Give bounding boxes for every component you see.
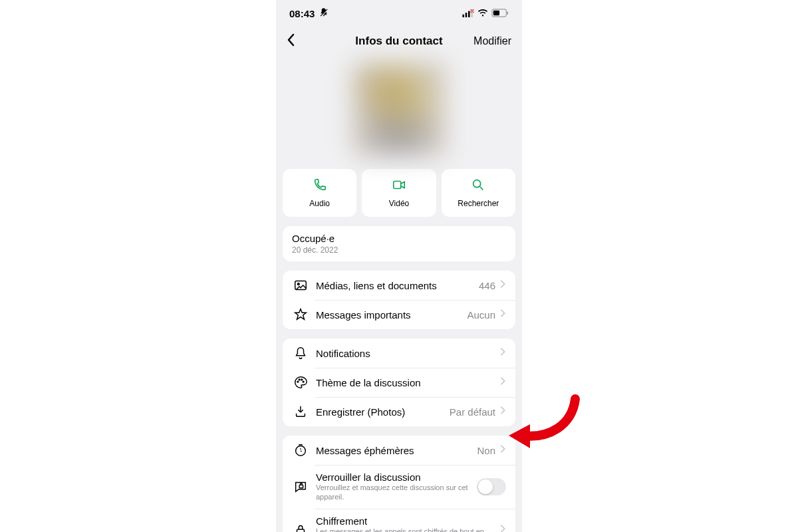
notifications-row[interactable]: Notifications: [283, 338, 515, 368]
audio-call-button[interactable]: Audio: [283, 169, 356, 217]
svg-rect-12: [394, 182, 401, 189]
row-label: Messages éphémères: [316, 445, 477, 456]
bell-slash-icon: [319, 7, 329, 20]
media-section: Médias, liens et documents 446 Messages …: [283, 271, 515, 329]
action-row: Audio Vidéo Rechercher: [283, 169, 515, 217]
palette-icon: [292, 375, 309, 390]
svg-point-19: [299, 379, 300, 380]
row-sublabel: Verrouillez et masquez cette discussion …: [316, 483, 477, 502]
star-icon: [292, 307, 309, 322]
back-button[interactable]: [287, 33, 295, 49]
row-label: Verrouiller la discussion: [316, 471, 477, 483]
ephemeral-value: Non: [477, 445, 495, 456]
cellular-icon: [462, 8, 474, 19]
page-title: Infos du contact: [355, 35, 442, 48]
svg-line-14: [480, 187, 483, 190]
lock-icon: [292, 523, 309, 532]
search-button[interactable]: Rechercher: [442, 169, 515, 217]
video-icon: [392, 178, 406, 195]
svg-point-18: [297, 381, 299, 382]
svg-rect-1: [466, 13, 467, 17]
svg-point-16: [297, 283, 299, 285]
content: Audio Vidéo Rechercher Occupé·e 20 déc. …: [276, 56, 522, 532]
svg-marker-17: [295, 309, 307, 320]
svg-rect-2: [468, 11, 470, 17]
svg-rect-11: [493, 10, 499, 15]
chevron-right-icon: [499, 406, 506, 418]
chevron-right-icon: [499, 524, 506, 532]
svg-point-22: [296, 446, 306, 456]
ephemeral-row[interactable]: Messages éphémères Non: [283, 436, 515, 465]
battery-icon: [491, 8, 509, 19]
row-label: Thème de la discussion: [316, 377, 499, 388]
svg-rect-6: [471, 10, 473, 11]
lock-chat-row[interactable]: Verrouiller la discussion Verrouillez et…: [283, 465, 515, 509]
svg-rect-4: [470, 9, 471, 11]
bell-icon: [292, 346, 309, 360]
phone-icon: [313, 178, 327, 195]
save-photos-row[interactable]: Enregistrer (Photos) Par défaut: [283, 397, 515, 426]
lock-toggle[interactable]: [477, 478, 506, 495]
row-label: Médias, liens et documents: [316, 280, 479, 291]
image-icon: [292, 278, 309, 293]
chevron-right-icon: [499, 279, 506, 291]
row-sublabel: Les messages et les appels sont chiffrés…: [316, 527, 499, 532]
media-count: 446: [479, 280, 495, 291]
save-value: Par défaut: [450, 406, 495, 418]
action-label: Rechercher: [458, 199, 499, 208]
action-label: Audio: [309, 199, 330, 208]
phone-frame: 08:43 Infos du contact Modifier: [276, 0, 522, 532]
status-left: 08:43: [289, 7, 329, 20]
timer-icon: [292, 443, 309, 458]
chevron-right-icon: [499, 309, 506, 321]
status-date: 20 déc. 2022: [292, 245, 506, 255]
status-bar: 08:43: [276, 0, 522, 27]
row-label: Notifications: [316, 348, 499, 359]
svg-rect-23: [299, 485, 303, 488]
status-right: [462, 8, 509, 19]
svg-rect-24: [297, 529, 305, 532]
starred-value: Aucun: [467, 309, 495, 321]
video-call-button[interactable]: Vidéo: [362, 169, 436, 217]
starred-row[interactable]: Messages importants Aucun: [283, 300, 515, 329]
chevron-right-icon: [499, 444, 506, 456]
svg-point-13: [473, 180, 481, 188]
chat-lock-icon: [292, 479, 309, 494]
svg-rect-0: [462, 14, 464, 17]
chevron-right-icon: [499, 347, 506, 359]
status-text: Occupé·e: [292, 233, 506, 244]
svg-point-20: [301, 379, 303, 380]
svg-rect-10: [507, 11, 508, 15]
svg-rect-5: [473, 9, 474, 11]
status-card[interactable]: Occupé·e 20 déc. 2022: [283, 226, 515, 261]
edit-button[interactable]: Modifier: [473, 35, 511, 47]
nav-bar: Infos du contact Modifier: [276, 27, 522, 56]
clock: 08:43: [289, 8, 315, 19]
row-label: Enregistrer (Photos): [316, 406, 450, 418]
search-icon: [471, 178, 485, 195]
download-icon: [292, 404, 309, 419]
privacy-section: Messages éphémères Non Verrouiller la di…: [283, 436, 515, 532]
svg-rect-8: [473, 11, 474, 13]
encryption-row[interactable]: Chiffrement Les messages et les appels s…: [283, 509, 515, 532]
row-label: Messages importants: [316, 309, 467, 321]
action-label: Vidéo: [389, 199, 409, 208]
contact-avatar[interactable]: [352, 63, 446, 156]
avatar-zone: [283, 56, 515, 169]
svg-point-21: [303, 381, 304, 382]
wifi-icon: [477, 8, 488, 19]
chevron-right-icon: [499, 376, 506, 388]
media-row[interactable]: Médias, liens et documents 446: [283, 271, 515, 300]
theme-row[interactable]: Thème de la discussion: [283, 368, 515, 397]
settings-section: Notifications Thème de la discussion Enr…: [283, 338, 515, 426]
svg-rect-7: [470, 11, 471, 13]
row-label: Chiffrement: [316, 515, 499, 527]
